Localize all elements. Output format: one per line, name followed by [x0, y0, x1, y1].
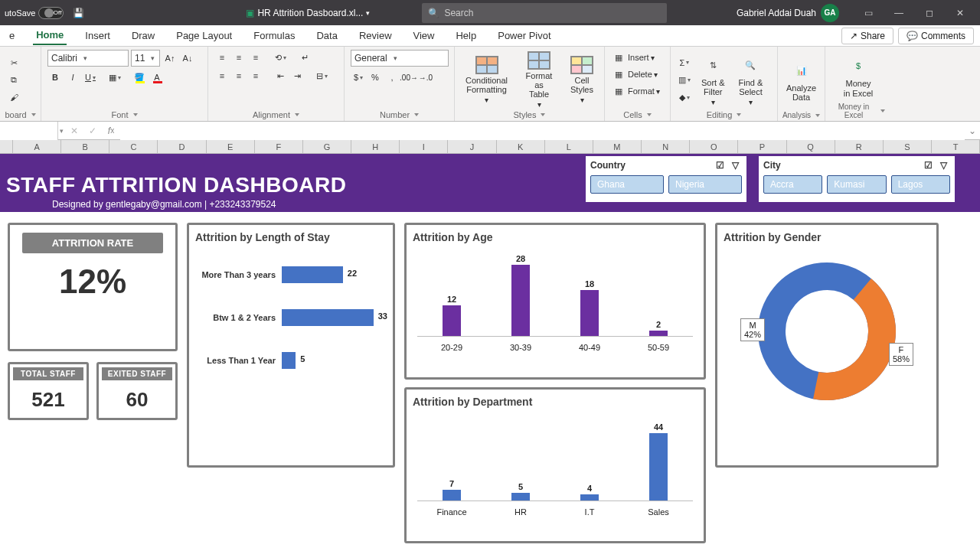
multiselect-icon[interactable]: ☑	[921, 158, 935, 172]
font-color-button[interactable]: A	[149, 70, 165, 85]
sort-filter-button[interactable]: ⇅Sort & Filter▾	[697, 52, 730, 108]
italic-button[interactable]: I	[65, 70, 80, 85]
cell-styles-button[interactable]: Cell Styles▾	[566, 54, 598, 106]
col-header[interactable]: G	[303, 140, 351, 153]
conditional-formatting-button[interactable]: Conditional Formatting▾	[461, 54, 512, 106]
font-name-select[interactable]: Calibri	[47, 50, 129, 67]
money-in-excel-button[interactable]: $Money in Excel	[839, 53, 878, 99]
col-header[interactable]: O	[690, 140, 738, 153]
slicer-option-nigeria[interactable]: Nigeria	[668, 175, 742, 194]
search-input[interactable]: 🔍 Search	[422, 3, 667, 23]
col-header[interactable]: T	[932, 140, 980, 153]
comma-format-icon[interactable]: ,	[384, 70, 400, 85]
analyze-data-button[interactable]: 📊Analyze Data	[782, 57, 821, 103]
tab-formulas[interactable]: Formulas	[250, 27, 298, 44]
slicer-country[interactable]: Country☑▽ Ghana Nigeria	[583, 154, 749, 204]
col-header[interactable]: I	[400, 140, 448, 153]
col-header[interactable]: K	[497, 140, 545, 153]
border-button[interactable]: ▦	[107, 70, 122, 85]
col-header[interactable]: J	[448, 140, 496, 153]
ribbon-display-icon[interactable]: ▭	[853, 0, 884, 25]
autosum-icon[interactable]: Σ	[677, 55, 692, 70]
tab-home[interactable]: Home	[33, 26, 67, 45]
slicer-option-kumasi[interactable]: Kumasi	[827, 175, 886, 194]
share-button[interactable]: ↗ Share	[841, 28, 893, 44]
chart-department[interactable]: Attrition by Department 75444 FinanceHRI…	[404, 387, 706, 544]
filename[interactable]: ▣ HR Attrition Dasboard.xl... ▾	[246, 8, 370, 18]
col-header[interactable]: Q	[787, 140, 835, 153]
col-header[interactable]: F	[255, 140, 303, 153]
tab-view[interactable]: View	[410, 27, 438, 44]
increase-decimal-icon[interactable]: .00→	[401, 70, 416, 85]
close-icon[interactable]: ✕	[945, 0, 975, 25]
align-top-icon[interactable]: ≡	[214, 50, 230, 65]
slicer-city[interactable]: City☑▽ Accra Kumasi Lagos	[756, 154, 957, 204]
format-as-table-button[interactable]: Format as Table▾	[518, 50, 560, 110]
user-account[interactable]: Gabriel Addai Duah GA	[737, 4, 839, 22]
format-cells-button[interactable]: ▦Format ▾	[611, 83, 660, 99]
col-header[interactable]: E	[207, 140, 255, 153]
chart-gender[interactable]: Attrition by Gender M 42% F 58%	[715, 223, 939, 468]
col-header[interactable]: M	[593, 140, 642, 153]
clear-icon[interactable]: ◆	[677, 90, 692, 106]
clear-filter-icon[interactable]: ▽	[936, 158, 950, 172]
decrease-font-icon[interactable]: A↓	[180, 51, 195, 66]
slicer-option-ghana[interactable]: Ghana	[590, 175, 664, 194]
autosave-toggle[interactable]: Off	[38, 7, 64, 19]
tab-power-pivot[interactable]: Power Pivot	[495, 27, 554, 44]
col-header[interactable]: D	[158, 140, 206, 153]
multiselect-icon[interactable]: ☑	[713, 158, 727, 172]
tab-help[interactable]: Help	[452, 27, 479, 44]
align-left-icon[interactable]: ≡	[214, 68, 230, 83]
underline-button[interactable]: U	[83, 70, 98, 85]
col-header[interactable]: P	[738, 140, 786, 153]
tab-page-layout[interactable]: Page Layout	[173, 27, 235, 44]
select-all-corner[interactable]	[0, 140, 13, 153]
merge-center-icon[interactable]: ⊟	[314, 68, 329, 83]
tab-file[interactable]: e	[6, 27, 18, 44]
expand-formula-bar-icon[interactable]: ⌄	[965, 126, 980, 136]
cut-icon[interactable]: ✂	[6, 56, 21, 71]
chart-age[interactable]: Attrition by Age 1228182 20-2930-3940-49…	[404, 223, 706, 380]
insert-cells-button[interactable]: ▦Insert ▾	[611, 50, 655, 65]
col-header[interactable]: H	[351, 140, 400, 153]
col-header[interactable]: S	[884, 140, 932, 153]
cancel-formula-icon[interactable]: ✕	[65, 122, 83, 140]
col-header[interactable]: N	[642, 140, 690, 153]
col-header[interactable]: B	[61, 140, 109, 153]
fx-icon[interactable]: fx	[102, 122, 120, 140]
tab-insert[interactable]: Insert	[82, 27, 113, 44]
name-box[interactable]	[0, 122, 58, 140]
clear-filter-icon[interactable]: ▽	[728, 158, 742, 172]
align-middle-icon[interactable]: ≡	[231, 50, 247, 65]
decrease-decimal-icon[interactable]: →.0	[418, 70, 433, 85]
fill-icon[interactable]: ▥	[677, 73, 692, 88]
bold-button[interactable]: B	[47, 70, 63, 85]
tab-review[interactable]: Review	[356, 27, 395, 44]
find-select-button[interactable]: 🔍Find & Select▾	[734, 52, 768, 108]
col-header[interactable]: C	[109, 140, 158, 153]
delete-cells-button[interactable]: ▦Delete ▾	[611, 67, 658, 82]
tab-data[interactable]: Data	[313, 27, 340, 44]
align-right-icon[interactable]: ≡	[248, 68, 263, 83]
format-painter-icon[interactable]: 🖌	[6, 90, 21, 105]
decrease-indent-icon[interactable]: ⇤	[273, 68, 288, 83]
orientation-icon[interactable]: ⟲	[273, 50, 288, 65]
copy-icon[interactable]: ⧉	[6, 73, 21, 88]
align-bottom-icon[interactable]: ≡	[248, 50, 263, 65]
number-format-select[interactable]: General	[351, 50, 449, 67]
increase-font-icon[interactable]: A↑	[162, 51, 178, 66]
save-icon[interactable]: 💾	[70, 5, 87, 21]
font-size-select[interactable]: 11	[131, 50, 160, 67]
increase-indent-icon[interactable]: ⇥	[289, 68, 305, 83]
fill-color-button[interactable]: 🪣	[132, 70, 147, 85]
accounting-format-icon[interactable]: $	[351, 70, 366, 85]
col-header[interactable]: L	[545, 140, 593, 153]
slicer-option-lagos[interactable]: Lagos	[891, 175, 950, 194]
chart-length-of-stay[interactable]: Attrition by Length of Stay More Than 3 …	[187, 223, 395, 468]
col-header[interactable]: A	[13, 140, 61, 153]
slicer-option-accra[interactable]: Accra	[763, 175, 822, 194]
wrap-text-icon[interactable]: ↵	[297, 50, 312, 65]
percent-format-icon[interactable]: %	[368, 70, 383, 85]
maximize-icon[interactable]: ◻	[914, 0, 945, 25]
